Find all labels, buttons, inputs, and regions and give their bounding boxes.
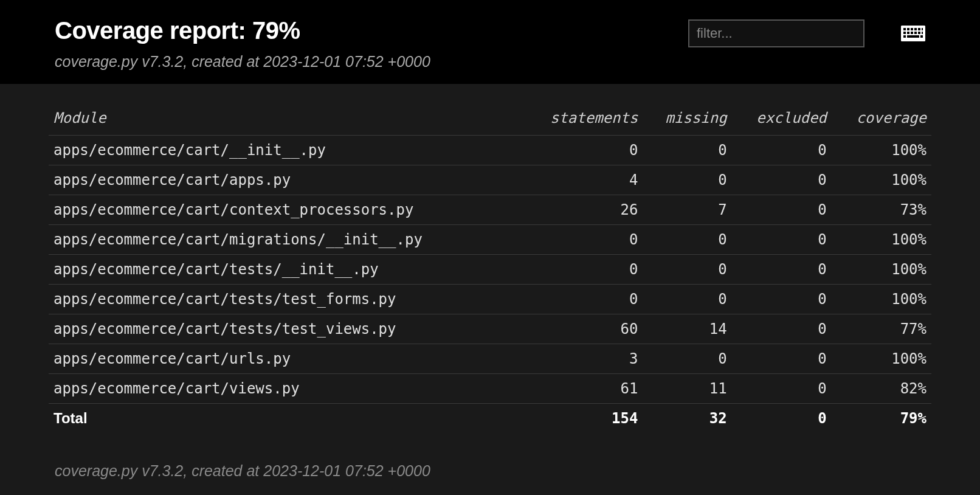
table-row: apps/ecommerce/cart/migrations/__init__.… [49,225,931,255]
module-link[interactable]: apps/ecommerce/cart/context_processors.p… [53,201,413,218]
cell-missing: 0 [643,255,731,285]
cell-module: apps/ecommerce/cart/views.py [49,374,521,404]
cell-coverage: 73% [832,195,931,225]
table-row: apps/ecommerce/cart/apps.py400100% [49,165,931,195]
svg-rect-12 [922,32,923,34]
cell-module: apps/ecommerce/cart/apps.py [49,165,521,195]
module-link[interactable]: apps/ecommerce/cart/tests/test_views.py [53,320,396,338]
table-row: apps/ecommerce/cart/views.py6111082% [49,374,931,404]
total-label: Total [49,404,521,434]
cell-module: apps/ecommerce/cart/urls.py [49,344,521,374]
coverage-table: Module statements missing excluded cover… [49,103,931,433]
table-row: apps/ecommerce/cart/urls.py300100% [49,344,931,374]
cell-excluded: 0 [732,165,832,195]
cell-excluded: 0 [732,314,832,344]
cell-coverage: 100% [832,255,931,285]
cell-excluded: 0 [732,374,832,404]
cell-coverage: 82% [832,374,931,404]
svg-rect-7 [903,32,906,34]
cell-module: apps/ecommerce/cart/migrations/__init__.… [49,225,521,255]
table-header-row: Module statements missing excluded cover… [49,103,931,136]
cell-module: apps/ecommerce/cart/context_processors.p… [49,195,521,225]
cell-missing: 7 [643,195,731,225]
module-link[interactable]: apps/ecommerce/cart/views.py [53,380,300,397]
cell-missing: 0 [643,344,731,374]
svg-rect-11 [918,32,920,34]
cell-coverage: 100% [832,285,931,314]
cell-missing: 14 [643,314,731,344]
svg-rect-3 [911,28,913,30]
filter-input[interactable] [688,19,864,47]
total-coverage: 79% [832,404,931,434]
cell-statements: 0 [521,136,643,165]
module-link[interactable]: apps/ecommerce/cart/__init__.py [53,142,326,159]
total-excluded: 0 [732,404,832,434]
module-link[interactable]: apps/ecommerce/cart/tests/__init__.py [53,261,379,278]
cell-coverage: 100% [832,225,931,255]
total-missing: 32 [643,404,731,434]
cell-statements: 0 [521,285,643,314]
svg-rect-13 [903,35,906,38]
cell-module: apps/ecommerce/cart/tests/__init__.py [49,255,521,285]
header-subtitle: coverage.py v7.3.2, created at 2023-12-0… [55,53,430,71]
page-title: Coverage report: 79% [55,17,430,44]
module-link[interactable]: apps/ecommerce/cart/tests/test_forms.py [53,291,396,308]
keyboard-icon[interactable] [901,26,925,41]
cell-statements: 4 [521,165,643,195]
cell-missing: 0 [643,225,731,255]
module-link[interactable]: apps/ecommerce/cart/urls.py [53,350,291,367]
svg-rect-4 [914,28,917,30]
cell-excluded: 0 [732,255,832,285]
cell-coverage: 100% [832,165,931,195]
col-missing[interactable]: missing [643,103,731,136]
footer-note: coverage.py v7.3.2, created at 2023-12-0… [49,462,931,480]
table-row: apps/ecommerce/cart/context_processors.p… [49,195,931,225]
cell-statements: 61 [521,374,643,404]
table-total-row: Total15432079% [49,404,931,434]
cell-module: apps/ecommerce/cart/tests/test_views.py [49,314,521,344]
cell-missing: 0 [643,165,731,195]
cell-missing: 0 [643,136,731,165]
cell-excluded: 0 [732,344,832,374]
cell-coverage: 100% [832,344,931,374]
table-row: apps/ecommerce/cart/tests/test_forms.py0… [49,285,931,314]
svg-rect-8 [907,32,909,34]
cell-statements: 60 [521,314,643,344]
cell-statements: 26 [521,195,643,225]
cell-excluded: 0 [732,195,832,225]
cell-missing: 11 [643,374,731,404]
col-coverage[interactable]: coverage [832,103,931,136]
cell-module: apps/ecommerce/cart/__init__.py [49,136,521,165]
module-link[interactable]: apps/ecommerce/cart/apps.py [53,171,291,189]
svg-rect-6 [922,28,923,30]
col-statements[interactable]: statements [521,103,643,136]
cell-statements: 0 [521,255,643,285]
cell-missing: 0 [643,285,731,314]
svg-rect-9 [911,32,913,34]
svg-rect-2 [907,28,909,30]
svg-rect-5 [918,28,920,30]
svg-rect-10 [914,32,917,34]
svg-rect-15 [920,35,923,38]
cell-statements: 0 [521,225,643,255]
table-row: apps/ecommerce/cart/tests/test_views.py6… [49,314,931,344]
cell-module: apps/ecommerce/cart/tests/test_forms.py [49,285,521,314]
table-row: apps/ecommerce/cart/__init__.py000100% [49,136,931,165]
total-statements: 154 [521,404,643,434]
cell-excluded: 0 [732,225,832,255]
cell-excluded: 0 [732,285,832,314]
module-link[interactable]: apps/ecommerce/cart/migrations/__init__.… [53,231,423,248]
report-header: Coverage report: 79% coverage.py v7.3.2,… [0,0,980,84]
table-row: apps/ecommerce/cart/tests/__init__.py000… [49,255,931,285]
svg-rect-1 [903,28,906,30]
header-tools [688,19,925,47]
cell-statements: 3 [521,344,643,374]
svg-rect-14 [907,35,919,38]
col-module[interactable]: Module [49,103,521,136]
cell-excluded: 0 [732,136,832,165]
cell-coverage: 100% [832,136,931,165]
cell-coverage: 77% [832,314,931,344]
col-excluded[interactable]: excluded [732,103,832,136]
